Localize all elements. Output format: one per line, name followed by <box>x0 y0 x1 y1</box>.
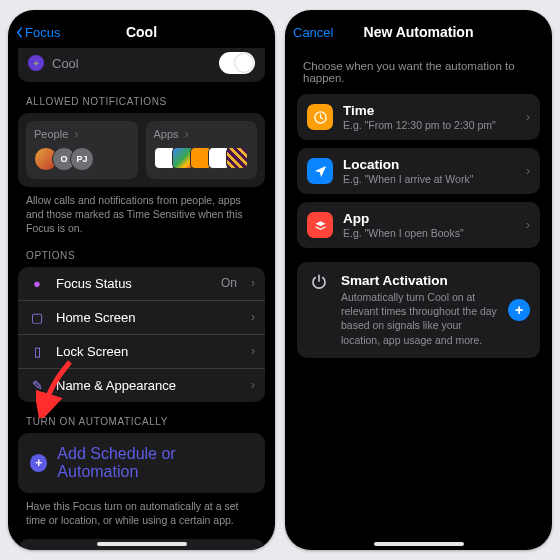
title: Time <box>343 103 512 118</box>
section-options: Options <box>26 250 261 261</box>
people-label: People <box>34 128 68 140</box>
chevron-right-icon: › <box>185 127 189 141</box>
clock-icon <box>307 104 333 130</box>
title: Smart Activation <box>341 273 498 288</box>
row-home-screen[interactable]: ▢ Home Screen › <box>18 300 265 334</box>
option-smart-activation[interactable]: Smart Activation Automatically turn Cool… <box>297 262 540 358</box>
chevron-left-icon <box>16 27 23 38</box>
automation-card: + Add Schedule or Automation <box>18 433 265 493</box>
home-screen-icon: ▢ <box>28 310 46 325</box>
subtitle: E.g. "From 12:30 pm to 2:30 pm" <box>343 119 512 131</box>
row-focus-status[interactable]: ● Focus Status On › <box>18 267 265 300</box>
status-icon: ● <box>28 276 46 291</box>
label: Home Screen <box>56 310 237 325</box>
chevron-right-icon: › <box>251 310 255 324</box>
chevron-right-icon: › <box>251 276 255 290</box>
subtitle: Automatically turn Cool on at relevant t… <box>341 290 498 347</box>
add-automation-button[interactable]: + Add Schedule or Automation <box>18 433 265 493</box>
option-time[interactable]: Time E.g. "From 12:30 pm to 2:30 pm" › <box>297 94 540 140</box>
title: Location <box>343 157 512 172</box>
location-icon <box>307 158 333 184</box>
lead-text: Choose when you want the automation to h… <box>303 60 534 84</box>
label: Lock Screen <box>56 344 237 359</box>
avatar: PJ <box>70 147 94 171</box>
section-auto: Turn On Automatically <box>26 416 261 427</box>
label: Focus Status <box>56 276 211 291</box>
back-label: Focus <box>25 25 60 40</box>
value: On <box>221 276 237 290</box>
app-icon <box>226 147 248 169</box>
subtitle: E.g. "When I arrive at Work" <box>343 173 512 185</box>
option-location[interactable]: Location E.g. "When I arrive at Work" › <box>297 148 540 194</box>
home-indicator[interactable] <box>374 542 464 546</box>
app-stack-icon <box>307 212 333 238</box>
apps-icons <box>154 147 250 169</box>
label: Add Schedule or Automation <box>57 445 253 481</box>
options-card: ● Focus Status On › ▢ Home Screen › ▯ Lo… <box>18 267 265 402</box>
focus-glyph-icon: ✦ <box>28 55 44 71</box>
focus-toggle[interactable] <box>219 52 255 74</box>
section-allowed: Allowed Notifications <box>26 96 261 107</box>
chevron-right-icon: › <box>526 218 530 232</box>
auto-note: Have this Focus turn on automatically at… <box>26 499 257 527</box>
row-lock-screen[interactable]: ▯ Lock Screen › <box>18 334 265 368</box>
subtitle: E.g. "When I open Books" <box>343 227 512 239</box>
label: Name & Appearance <box>56 378 237 393</box>
screen-focus-settings: Focus Cool ✦ Cool Allowed Notifications … <box>8 10 275 550</box>
pencil-icon: ✎ <box>28 378 46 393</box>
allowed-card: People› O PJ Apps› <box>18 113 265 187</box>
cancel-button[interactable]: Cancel <box>293 25 333 40</box>
focus-summary-row[interactable]: ✦ Cool <box>18 48 265 82</box>
people-panel[interactable]: People› O PJ <box>26 121 138 179</box>
people-avatars: O PJ <box>34 147 130 171</box>
chevron-right-icon: › <box>526 164 530 178</box>
plus-icon: + <box>30 454 47 472</box>
chevron-right-icon: › <box>251 344 255 358</box>
nav-bar: Focus Cool <box>16 18 267 46</box>
power-icon <box>307 273 331 291</box>
home-indicator[interactable] <box>97 542 187 546</box>
option-app[interactable]: App E.g. "When I open Books" › <box>297 202 540 248</box>
allowed-note: Allow calls and notifications from peopl… <box>26 193 257 236</box>
nav-bar: Cancel New Automation <box>293 18 544 46</box>
apps-panel[interactable]: Apps› <box>146 121 258 179</box>
focus-name: Cool <box>52 56 79 71</box>
row-name-appearance[interactable]: ✎ Name & Appearance › <box>18 368 265 402</box>
apps-label: Apps <box>154 128 179 140</box>
lock-screen-icon: ▯ <box>28 344 46 359</box>
chevron-right-icon: › <box>251 378 255 392</box>
back-button[interactable]: Focus <box>16 25 60 40</box>
title: App <box>343 211 512 226</box>
screen-new-automation: Cancel New Automation Choose when you wa… <box>285 10 552 550</box>
chevron-right-icon: › <box>526 110 530 124</box>
chevron-right-icon: › <box>74 127 78 141</box>
add-icon[interactable]: + <box>508 299 530 321</box>
